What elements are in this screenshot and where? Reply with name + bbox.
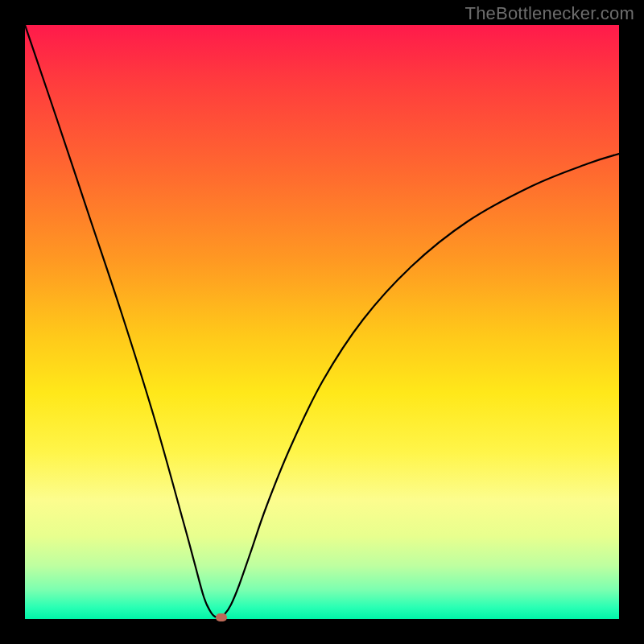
curve-svg [25, 25, 619, 619]
plot-area [25, 25, 619, 619]
chart-frame: TheBottlenecker.com [0, 0, 644, 644]
attribution-text: TheBottlenecker.com [465, 3, 634, 24]
bottleneck-curve [25, 25, 619, 617]
optimal-point-marker [216, 613, 227, 621]
